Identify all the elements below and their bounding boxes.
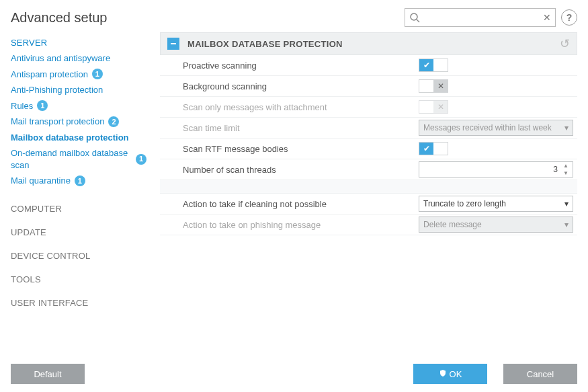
ok-button[interactable]: OK — [413, 364, 487, 384]
revert-icon[interactable]: ↺ — [560, 36, 570, 51]
select-value: Truncate to zero length — [423, 199, 506, 208]
toggle-proactive[interactable]: ✔ — [419, 58, 448, 72]
badge-icon: 2 — [108, 116, 119, 127]
check-icon: ✔ — [419, 143, 433, 155]
sidebar-section-update[interactable]: UPDATE — [11, 222, 152, 240]
chevron-down-icon: ▾ — [564, 220, 569, 229]
sidebar-section-devicecontrol[interactable]: DEVICE CONTROL — [11, 245, 152, 264]
row-timelimit: Scan time limit Messages received within… — [160, 118, 577, 139]
sidebar-item-antivirus[interactable]: Antivirus and antispyware — [11, 50, 152, 67]
chevron-down-icon: ▾ — [564, 199, 569, 208]
badge-icon: 1 — [75, 175, 85, 186]
row-label: Scan only messages with attachment — [183, 102, 419, 112]
threads-value: 3 — [425, 165, 573, 174]
sidebar-item-quarantine[interactable]: Mail quarantine1 — [11, 173, 152, 189]
toggle-attach: ✕ — [419, 100, 448, 114]
spinner-down-icon[interactable]: ▼ — [560, 169, 571, 177]
row-cleaning: Action to take if cleaning not possible … — [160, 194, 577, 214]
clear-icon[interactable]: ✕ — [543, 12, 551, 23]
toggle-rtf[interactable]: ✔ — [419, 142, 448, 155]
row-background: Background scanning ✕ — [160, 76, 577, 97]
sidebar-section-server[interactable]: SERVER — [11, 32, 152, 50]
sidebar-item-label: Anti-Phishing protection — [11, 84, 103, 96]
sidebar-item-antispam[interactable]: Antispam protection1 — [11, 67, 152, 83]
row-label: Action to take if cleaning not possible — [183, 199, 419, 209]
row-label: Proactive scanning — [183, 61, 419, 71]
search-icon — [409, 12, 420, 23]
search-box[interactable]: ✕ — [405, 8, 556, 27]
select-value: Delete message — [423, 220, 482, 229]
sidebar-item-label: On-demand mailbox database scan — [11, 147, 132, 171]
toggle-background[interactable]: ✕ — [419, 79, 448, 93]
row-attach: Scan only messages with attachment ✕ — [160, 97, 577, 118]
sidebar-item-antiphishing[interactable]: Anti-Phishing protection — [11, 82, 152, 98]
section-title: MAILBOX DATABASE PROTECTION — [187, 39, 343, 49]
threads-spinner[interactable]: 3 ▲ ▼ — [419, 161, 573, 178]
row-proactive: Proactive scanning ✔ — [160, 55, 577, 76]
select-timelimit: Messages received within last week ▾ — [419, 120, 573, 136]
collapse-icon[interactable] — [167, 38, 179, 50]
sidebar-item-label: Rules — [11, 100, 33, 112]
row-label: Scan RTF message bodies — [183, 144, 419, 154]
row-label: Scan time limit — [183, 123, 419, 133]
spinner-up-icon[interactable]: ▲ — [560, 162, 571, 169]
chevron-down-icon: ▾ — [564, 123, 569, 132]
svg-point-0 — [411, 13, 417, 20]
row-label: Number of scan threads — [183, 165, 419, 175]
sidebar-item-rules[interactable]: Rules1 — [11, 98, 152, 114]
row-label: Action to take on phishing message — [183, 220, 419, 230]
sidebar-item-ondemand[interactable]: On-demand mailbox database scan1 — [11, 145, 152, 173]
help-button[interactable]: ? — [561, 9, 577, 26]
shield-icon — [439, 369, 447, 379]
row-phishing: Action to take on phishing message Delet… — [160, 214, 577, 235]
svg-rect-2 — [171, 43, 176, 44]
x-icon: ✕ — [433, 101, 448, 113]
sidebar-section-computer[interactable]: COMPUTER — [11, 198, 152, 217]
svg-line-1 — [417, 19, 419, 22]
badge-icon: 1 — [37, 100, 48, 111]
sidebar-item-mailboxdb[interactable]: Mailbox database protection — [11, 130, 152, 146]
section-header: MAILBOX DATABASE PROTECTION ↺ — [160, 32, 577, 55]
default-button[interactable]: Default — [11, 364, 85, 384]
search-input[interactable] — [420, 13, 543, 23]
sidebar-item-label: Mailbox database protection — [11, 132, 129, 144]
select-value: Messages received within last week — [423, 123, 552, 132]
row-rtf: Scan RTF message bodies ✔ — [160, 139, 577, 159]
ok-label: OK — [450, 369, 462, 379]
badge-icon: 1 — [92, 69, 103, 79]
sidebar-item-label: Mail transport protection — [11, 116, 104, 128]
row-threads: Number of scan threads 3 ▲ ▼ — [160, 159, 577, 180]
cancel-button[interactable]: Cancel — [503, 364, 577, 384]
x-icon: ✕ — [433, 80, 448, 92]
sidebar-item-label: Antivirus and antispyware — [11, 52, 110, 65]
sidebar-item-label: Antispam protection — [11, 69, 88, 81]
gap-row — [160, 180, 577, 194]
sidebar-section-userinterface[interactable]: USER INTERFACE — [11, 292, 152, 311]
sidebar: SERVER Antivirus and antispyware Antispa… — [11, 32, 152, 311]
main-panel: MAILBOX DATABASE PROTECTION ↺ Proactive … — [160, 32, 577, 311]
select-phishing: Delete message ▾ — [419, 217, 573, 233]
check-icon: ✔ — [419, 59, 433, 71]
sidebar-section-tools[interactable]: TOOLS — [11, 269, 152, 287]
page-title: Advanced setup — [11, 10, 107, 26]
sidebar-item-label: Mail quarantine — [11, 175, 71, 187]
sidebar-item-mailtransport[interactable]: Mail transport protection2 — [11, 114, 152, 130]
select-cleaning[interactable]: Truncate to zero length ▾ — [419, 196, 573, 212]
badge-icon: 1 — [136, 154, 146, 165]
row-label: Background scanning — [183, 81, 419, 91]
